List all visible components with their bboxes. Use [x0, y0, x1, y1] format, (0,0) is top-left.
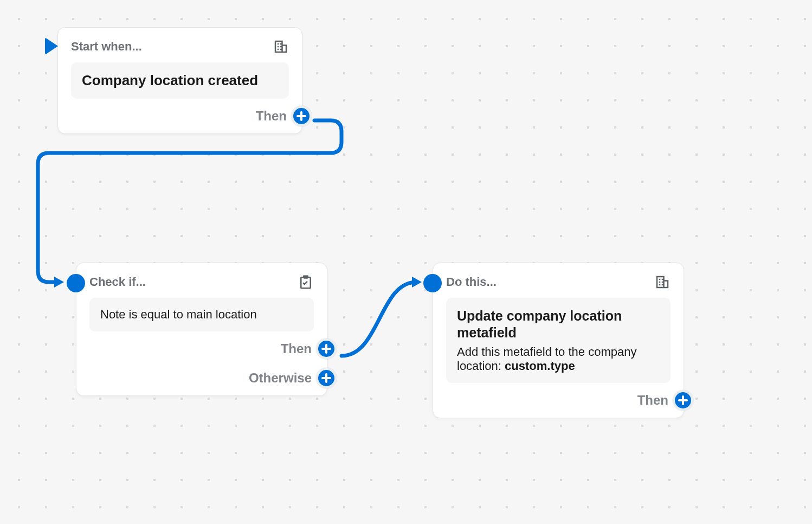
plus-icon	[321, 344, 331, 354]
trigger-then-label: Then	[256, 108, 287, 124]
building-icon	[273, 39, 289, 55]
trigger-title: Company location created	[71, 62, 289, 99]
action-node[interactable]: Do this... Update company location metaf…	[433, 263, 684, 418]
clipboard-check-icon	[298, 274, 314, 290]
action-header-label: Do this...	[446, 275, 497, 289]
plus-icon	[678, 395, 688, 405]
plus-icon	[297, 111, 306, 121]
condition-header-label: Check if...	[89, 275, 146, 289]
arrow-into-condition	[54, 277, 64, 287]
condition-otherwise-label: Otherwise	[249, 370, 312, 386]
workflow-canvas[interactable]: Start when... Company location created T…	[0, 0, 812, 524]
building-icon	[654, 274, 671, 290]
condition-input-port	[67, 274, 85, 292]
plus-icon	[321, 373, 331, 383]
add-step-button[interactable]	[316, 338, 337, 359]
condition-then-port: Then	[281, 341, 312, 356]
condition-expression: Note is equal to main location	[89, 298, 314, 331]
condition-then-label: Then	[281, 341, 312, 356]
action-then-label: Then	[637, 393, 668, 408]
action-description: Add this metafield to the company locati…	[457, 345, 660, 373]
condition-header: Check if...	[89, 274, 314, 290]
arrow-into-action	[412, 277, 422, 287]
action-input-port	[423, 274, 442, 292]
action-title: Update company location metafield	[457, 308, 660, 342]
trigger-then-port: Then	[256, 108, 287, 124]
action-then-port: Then	[637, 393, 668, 408]
condition-otherwise-port: Otherwise	[249, 370, 312, 386]
trigger-node[interactable]: Start when... Company location created T…	[57, 27, 302, 134]
add-step-button[interactable]	[291, 106, 312, 126]
play-icon	[45, 37, 58, 55]
action-body: Update company location metafield Add th…	[446, 298, 671, 383]
action-description-bold: custom.type	[505, 359, 575, 373]
add-step-button[interactable]	[316, 368, 337, 388]
trigger-header: Start when...	[71, 39, 289, 55]
add-step-button[interactable]	[673, 390, 693, 411]
action-header: Do this...	[446, 274, 671, 290]
trigger-header-label: Start when...	[71, 40, 142, 54]
condition-node[interactable]: Check if... Note is equal to main locati…	[76, 263, 327, 396]
